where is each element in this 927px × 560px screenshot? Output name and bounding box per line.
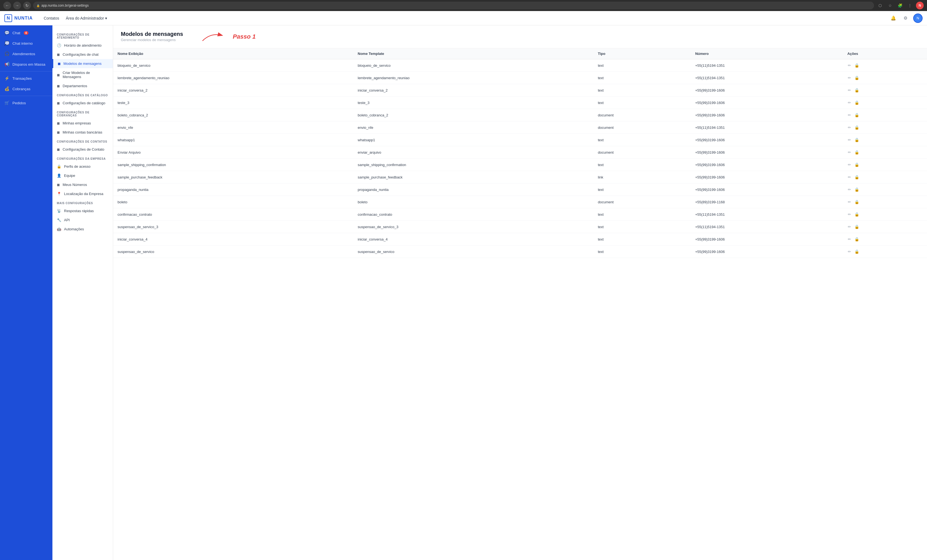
edit-button[interactable]: ✏ [847,175,852,180]
settings-api[interactable]: 🔧 API [52,216,113,225]
edit-button[interactable]: ✏ [847,100,852,105]
lock-button[interactable]: 🔒 [854,100,860,105]
settings-horario[interactable]: 🕐 Horário de atendimento [52,41,113,50]
edit-button[interactable]: ✏ [847,125,852,130]
url-bar[interactable]: 🔒 app.nuntia.com.br/geral-settings [33,2,874,9]
cell-nome-template: iniciar_conversa_4 [353,233,594,246]
notifications-button[interactable]: 🔔 [889,14,898,23]
table-row: boleto boleto document +55(89)3199-1168 … [113,196,927,208]
nav-admin-dropdown[interactable]: Área do Administrador ▾ [66,16,107,20]
edit-button[interactable]: ✏ [847,88,852,93]
cell-tipo: document [593,109,691,121]
sidebar-item-chat[interactable]: 💬 Chat 4 [0,27,52,38]
browser-user-avatar[interactable]: N [916,2,924,9]
lock-button[interactable]: 🔒 [854,125,860,130]
empresas-icon: ◼ [57,121,60,125]
cell-nome-exibicao: Enviar Arquivo [113,146,353,159]
edit-button[interactable]: ✏ [847,224,852,229]
sidebar-item-cobrancas[interactable]: 💰 Cobranças [0,83,52,94]
menu-button[interactable]: ⋮ [906,2,914,9]
edit-button[interactable]: ✏ [847,75,852,80]
settings-config-chat[interactable]: ◼ Configurações de chat [52,50,113,59]
forward-button[interactable]: → [13,2,21,9]
settings-contas-bancarias[interactable]: ◼ Minhas contas bancárias [52,128,113,137]
cell-acoes: ✏ 🔒 [843,109,927,121]
cell-nome-exibicao: iniciar_conversa_4 [113,233,353,246]
edit-button[interactable]: ✏ [847,137,852,143]
lock-button[interactable]: 🔒 [854,162,860,167]
cell-acoes: ✏ 🔒 [843,97,927,109]
edit-button[interactable]: ✏ [847,162,852,167]
edit-button[interactable]: ✏ [847,199,852,205]
nav-contatos[interactable]: Contatos [44,15,59,21]
settings-criar-modelos[interactable]: ◼ Criar Modelos de Mensagens [52,68,113,81]
content-area: Modelos de mensagens Gerenciar modelos d… [113,25,927,560]
cast-button[interactable]: ⬡ [876,2,884,9]
sidebar-item-atendimentos[interactable]: 🎧 Atendimentos [0,49,52,59]
cell-nome-template: iniciar_conversa_2 [353,84,594,97]
cell-nome-exibicao: iniciar_conversa_2 [113,84,353,97]
edit-button[interactable]: ✏ [847,212,852,217]
cell-numero: +55(99)3199-1606 [691,171,843,184]
edit-button[interactable]: ✏ [847,187,852,192]
sidebar-item-pedidos[interactable]: 🛒 Pedidos [0,98,52,108]
lock-button[interactable]: 🔒 [854,199,860,205]
settings-automacoes[interactable]: 🤖 Automações [52,225,113,234]
table-row: confirmacao_contrato confirmacao_contrat… [113,208,927,221]
settings-catalogo[interactable]: ◼ Configurações de catálogo [52,99,113,108]
top-nav: N NUNTIA Contatos Área do Administrador … [0,11,927,25]
table-row: lembrete_agendamento_reuniao lembrete_ag… [113,72,927,84]
back-button[interactable]: ← [3,2,11,9]
lock-button[interactable]: 🔒 [854,150,860,155]
edit-button[interactable]: ✏ [847,150,852,155]
transacoes-icon: ⚡ [5,76,10,81]
cell-nome-template: propaganda_nuntia [353,184,594,196]
settings-numeros[interactable]: ◼ Meus Números [52,180,113,189]
sidebar-cobrancas-label: Cobranças [12,87,30,91]
cell-acoes: ✏ 🔒 [843,159,927,171]
settings-respostas[interactable]: 📡 Respostas rápidas [52,206,113,216]
section-title-atendimento: CONFIGURAÇÕES DE ATENDIMENTO [52,30,113,41]
top-user-avatar[interactable]: N [913,14,922,23]
lock-button[interactable]: 🔒 [854,224,860,229]
reload-button[interactable]: ↻ [23,2,31,9]
lock-button[interactable]: 🔒 [854,112,860,118]
cell-tipo: text [593,84,691,97]
edit-button[interactable]: ✏ [847,249,852,254]
lock-button[interactable]: 🔒 [854,88,860,93]
edit-button[interactable]: ✏ [847,112,852,118]
settings-departamentos[interactable]: ◼ Departamentos [52,81,113,91]
settings-perfis[interactable]: 🔒 Perfis de acesso [52,162,113,171]
lock-button[interactable]: 🔒 [854,249,860,254]
sidebar-item-chat-interno[interactable]: 💭 Chat interno [0,38,52,49]
lock-button[interactable]: 🔒 [854,137,860,143]
settings-config-contato[interactable]: ◼ Configurações de Contato [52,145,113,154]
edit-button[interactable]: ✏ [847,237,852,242]
edit-button[interactable]: ✏ [847,63,852,68]
main-layout: 💬 Chat 4 💭 Chat interno 🎧 Atendimentos 📢… [0,25,927,560]
sidebar-item-disparos[interactable]: 📢 Disparos em Massa [0,59,52,70]
extensions-button[interactable]: 🧩 [896,2,904,9]
cell-numero: +55(99)3199-1606 [691,246,843,258]
lock-button[interactable]: 🔒 [854,75,860,80]
bookmark-button[interactable]: ☆ [886,2,894,9]
lock-button[interactable]: 🔒 [854,212,860,217]
settings-empresas[interactable]: ◼ Minhas empresas [52,118,113,128]
chat-badge: 4 [24,31,29,35]
table-row: bloqueio_de_servico bloqueio_de_servico … [113,59,927,72]
cell-nome-template: sample_purchase_feedback [353,171,594,184]
cell-acoes: ✏ 🔒 [843,221,927,233]
lock-button[interactable]: 🔒 [854,187,860,192]
table-row: suspensao_de_servico_3 suspensao_de_serv… [113,221,927,233]
settings-button[interactable]: ⚙ [901,14,910,23]
lock-button[interactable]: 🔒 [854,175,860,180]
modelos-icon: ◼ [58,62,61,66]
lock-button[interactable]: 🔒 [854,237,860,242]
settings-equipe[interactable]: 👤 Equipe [52,171,113,180]
lock-button[interactable]: 🔒 [854,63,860,68]
settings-localizacao[interactable]: 📍 Localização da Empresa [52,189,113,198]
settings-modelos[interactable]: ◼ Modelos de mensagens [52,59,113,68]
sidebar-item-transacoes[interactable]: ⚡ Transações [0,73,52,83]
cell-nome-template: whatsapp1 [353,134,594,146]
api-icon: 🔧 [57,218,61,222]
